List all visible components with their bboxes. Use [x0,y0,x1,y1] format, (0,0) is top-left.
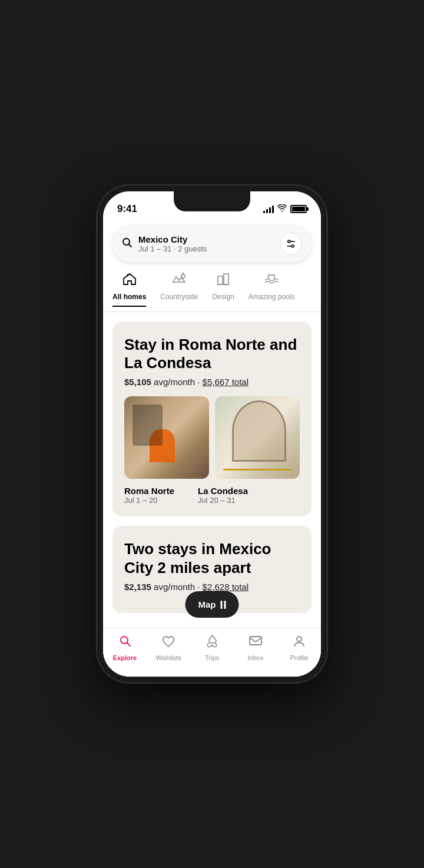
phone-frame: 9:41 [97,185,327,683]
card1-locations: Roma Norte Jul 1 – 20 La Condesa Jul 20 … [124,486,300,505]
nav-trips[interactable]: Trips [194,634,230,661]
card2-total-price[interactable]: $2,628 total [203,582,249,592]
nav-wishlists-label: Wishlists [155,654,181,661]
svg-point-5 [181,274,185,278]
wifi-icon [277,204,287,214]
nav-inbox-label: Inbox [248,654,264,661]
stay-card-1[interactable]: Stay in Roma Norte and La Condesa $5,105… [112,322,312,516]
phone-screen: 9:41 [103,191,321,677]
status-icons [263,204,307,214]
tab-design-label: Design [212,293,234,301]
nav-inbox[interactable]: Inbox [238,634,273,661]
nav-explore[interactable]: Explore [107,634,143,661]
nav-wishlists[interactable]: Wishlists [151,634,186,661]
signal-icon [263,206,274,213]
card1-title: Stay in Roma Norte and La Condesa [124,336,300,372]
card2-price: $2,135 avg/month · $2,628 total [124,582,300,592]
pool-icon [264,271,279,290]
location1-name: Roma Norte [124,486,174,496]
heart-icon [161,634,175,652]
card1-avg-price: $5,105 [124,377,151,387]
card1-image-2 [215,396,300,479]
svg-rect-8 [224,274,228,284]
home-icon [122,271,137,290]
search-details: Jul 1 – 31 · 2 guests [138,244,207,253]
tab-divider [103,312,321,312]
card1-avg-label: avg/month · [154,377,203,387]
card1-location-2: La Condesa Jul 20 – 31 [198,486,248,505]
svg-point-14 [297,637,302,641]
category-tabs: All homes Countryside [112,271,312,312]
map-pause-icon [221,601,226,609]
map-label: Map [198,599,216,609]
profile-icon [292,634,306,652]
nav-trips-label: Trips [205,654,219,661]
svg-point-4 [292,245,294,247]
design-icon [216,271,231,290]
airbnb-icon [205,634,219,652]
svg-rect-7 [218,276,223,284]
card1-images [124,396,300,479]
battery-icon [290,205,307,213]
card1-image-1 [124,396,209,479]
notch [174,191,250,211]
tab-design[interactable]: Design [212,271,234,307]
card2-avg-label: avg/month · [154,582,203,592]
search-icon [122,237,132,251]
tab-amazing-pools[interactable]: Amazing pools [249,271,295,307]
inbox-icon [249,634,263,652]
nav-profile-label: Profile [290,654,308,661]
svg-point-2 [288,240,290,243]
filter-icon [286,240,296,248]
card1-price: $5,105 avg/month · $5,667 total [124,377,300,387]
map-button[interactable]: Map [186,591,239,618]
location2-name: La Condesa [198,486,248,496]
location2-dates: Jul 20 – 31 [198,496,248,505]
countryside-icon [171,271,187,290]
tab-countryside[interactable]: Countryside [160,271,198,307]
svg-point-13 [121,637,128,644]
tab-amazing-pools-label: Amazing pools [249,293,295,301]
main-content: Mexico City Jul 1 – 31 · 2 guests [103,221,321,628]
location1-dates: Jul 1 – 20 [124,496,174,505]
card1-total-price[interactable]: $5,667 total [203,377,249,387]
explore-icon [118,634,132,652]
filter-button[interactable] [280,233,302,255]
nav-explore-label: Explore [113,654,137,661]
search-location: Mexico City [138,234,207,244]
card2-title: Two stays in Mexico City 2 miles apart [124,540,300,577]
card1-location-1: Roma Norte Jul 1 – 20 [124,486,174,505]
tab-countryside-label: Countryside [160,293,198,301]
tab-all-homes[interactable]: All homes [112,271,146,307]
card2-avg-price: $2,135 [124,582,151,592]
status-time: 9:41 [117,203,137,215]
search-bar[interactable]: Mexico City Jul 1 – 31 · 2 guests [112,226,312,262]
nav-profile[interactable]: Profile [281,634,317,661]
tab-all-homes-label: All homes [112,293,146,301]
bottom-nav: Explore Wishlists Trips [103,628,321,677]
